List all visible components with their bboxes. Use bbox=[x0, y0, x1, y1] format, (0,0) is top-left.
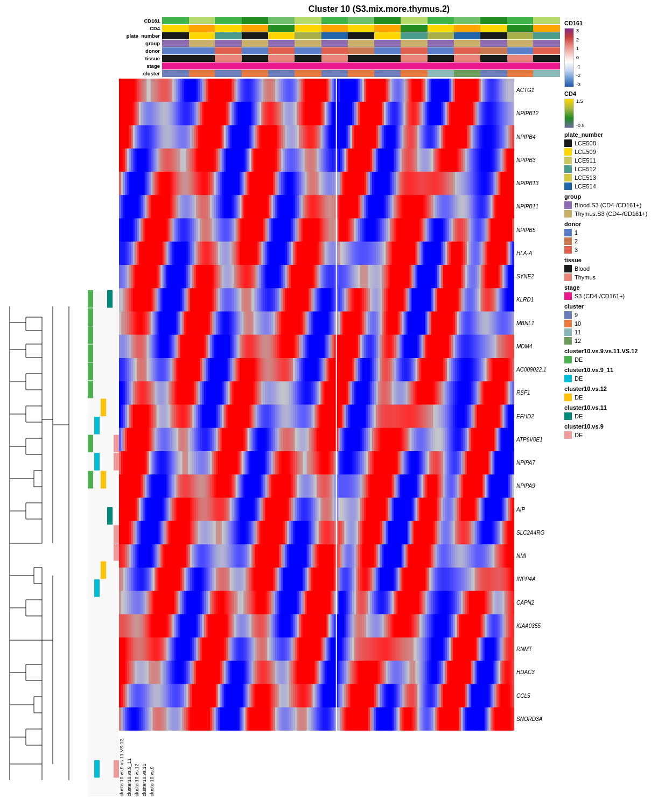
legend-item: Blood bbox=[564, 265, 663, 272]
annotation-label: donor bbox=[119, 48, 162, 54]
gene-label: SYNE2 bbox=[516, 265, 560, 288]
gradient-label: 1 bbox=[576, 46, 580, 51]
legend-section-title: tissue bbox=[564, 257, 663, 263]
gene-label: EFHD2 bbox=[516, 405, 560, 428]
annotation-row-group: group bbox=[119, 40, 560, 47]
gradient-label: 0 bbox=[576, 55, 580, 60]
gene-label: RNMT bbox=[516, 637, 560, 661]
legend-de-swatch bbox=[564, 394, 572, 401]
legend-swatch bbox=[564, 328, 572, 336]
gene-label: CAPN2 bbox=[516, 591, 560, 614]
bottom-column-label: cluster10.vs.9 bbox=[149, 732, 156, 796]
annotation-row-plate_number: plate_number bbox=[119, 32, 560, 39]
gene-label: NPIPA7 bbox=[516, 451, 560, 474]
gene-label: HLA-A bbox=[516, 242, 560, 265]
bottom-col-labels: cluster10.vs.9.vs.11.VS.12cluster10.vs.9… bbox=[119, 732, 560, 796]
legend-section-cluster: cluster9101112 bbox=[564, 303, 663, 345]
legend-item: LCE511 bbox=[564, 157, 663, 164]
bottom-column-label: cluster10.vs.12 bbox=[134, 732, 141, 796]
legend-item-label: 11 bbox=[575, 329, 581, 335]
gene-label: NMI bbox=[516, 544, 560, 567]
bottom-column-label: cluster10.vs.11 bbox=[142, 732, 148, 796]
annotation-label: plate_number bbox=[119, 33, 162, 39]
gradient-label: -1 bbox=[576, 64, 580, 69]
legend-item-label: 2 bbox=[575, 238, 578, 244]
legend-swatch bbox=[564, 337, 572, 345]
page-title: Cluster 10 (S3.mix.more.thymus.2) bbox=[4, 4, 668, 17]
legend-de-label: DE bbox=[575, 413, 583, 419]
legend-item-label: 9 bbox=[575, 312, 578, 318]
annotation-row-donor: donor bbox=[119, 47, 560, 54]
legend-item: LCE508 bbox=[564, 139, 663, 147]
legend-item-label: 10 bbox=[575, 320, 581, 327]
legend-de-label: DE bbox=[575, 394, 583, 401]
legend-swatch bbox=[564, 311, 572, 319]
legend-swatch bbox=[564, 165, 572, 173]
cd4-gradient-bar bbox=[564, 99, 574, 128]
legend-swatch bbox=[564, 174, 572, 181]
legend-item: LCE513 bbox=[564, 174, 663, 181]
annotation-row-cluster: cluster bbox=[119, 70, 560, 77]
legend-swatch bbox=[564, 292, 572, 300]
heatmap-grid bbox=[119, 79, 514, 731]
gradient-label: -2 bbox=[576, 73, 580, 78]
gene-label: KLRD1 bbox=[516, 288, 560, 311]
legend-item: 9 bbox=[564, 311, 663, 319]
gene-label: MDM4 bbox=[516, 335, 560, 358]
legend-item: Blood.S3 (CD4-/CD161+) bbox=[564, 201, 663, 209]
legend-cluster10_vs_9_11_VS_12: cluster10.vs.9.vs.11.VS.12DE bbox=[564, 348, 663, 363]
cd161-gradient-bar bbox=[564, 28, 574, 87]
legend-de-item: DE bbox=[564, 394, 663, 401]
legend-section-plate_number: plate_numberLCE508LCE509LCE511LCE512LCE5… bbox=[564, 131, 663, 190]
legend-cluster10_vs_9: cluster10.vs.9DE bbox=[564, 423, 663, 439]
annotation-bar bbox=[162, 70, 560, 77]
top-annotations: CD161CD4plate_numbergroupdonortissuestag… bbox=[119, 17, 560, 78]
legend-swatch bbox=[564, 274, 572, 281]
gene-label: RSF1 bbox=[516, 381, 560, 404]
gene-label: NPIPB5 bbox=[516, 219, 560, 242]
legend-item: 2 bbox=[564, 237, 663, 245]
gene-label: NPIPB13 bbox=[516, 172, 560, 195]
legend-de-label: DE bbox=[575, 356, 583, 363]
annotation-bar bbox=[162, 32, 560, 39]
annotation-label: CD4 bbox=[119, 25, 162, 31]
legend-de-swatch bbox=[564, 412, 572, 420]
legend-item: S3 (CD4-/CD161+) bbox=[564, 292, 663, 300]
annotation-row-CD161: CD161 bbox=[119, 17, 560, 24]
bottom-column-label: cluster10.vs.9.vs.11.VS.12 bbox=[119, 732, 125, 796]
gene-label: MBNL1 bbox=[516, 312, 560, 335]
legend-section-tissue: tissueBloodThymus bbox=[564, 257, 663, 281]
annotation-bar bbox=[162, 62, 560, 69]
legend-item: 12 bbox=[564, 337, 663, 345]
legend-item: 11 bbox=[564, 328, 663, 336]
legend-cluster-title: cluster10.vs.9.vs.11.VS.12 bbox=[564, 348, 663, 354]
legend-de-label: DE bbox=[575, 432, 583, 438]
legend-item: LCE512 bbox=[564, 165, 663, 173]
legend-cd161-title: CD161 bbox=[564, 20, 663, 26]
legend-section-title: cluster bbox=[564, 303, 663, 310]
gene-label: SLC2A4RG bbox=[516, 521, 560, 544]
legend-de-item: DE bbox=[564, 412, 663, 420]
legend-cluster-title: cluster10.vs.12 bbox=[564, 386, 663, 392]
gradient-label: -3 bbox=[576, 82, 580, 87]
annotation-bar bbox=[162, 47, 560, 54]
legend-de-swatch bbox=[564, 375, 572, 382]
gene-label: NPIPB4 bbox=[516, 125, 560, 149]
legend-cd4-title: CD4 bbox=[564, 90, 663, 97]
legend-item-label: LCE513 bbox=[575, 174, 596, 181]
legend-item: LCE509 bbox=[564, 148, 663, 156]
legend-swatch bbox=[564, 139, 572, 147]
gene-label: HDAC3 bbox=[516, 661, 560, 684]
gene-label: INPP4A bbox=[516, 567, 560, 591]
legend-section-title: plate_number bbox=[564, 131, 663, 138]
annotation-row-CD4: CD4 bbox=[119, 25, 560, 32]
heatmap-main: CD161CD4plate_numbergroupdonortissuestag… bbox=[119, 17, 560, 796]
legend-swatch bbox=[564, 157, 572, 164]
legend-item-label: LCE512 bbox=[575, 166, 596, 172]
side-color-bars bbox=[88, 17, 119, 796]
legend-section-title: stage bbox=[564, 284, 663, 291]
cd4-gradient-label: -0.5 bbox=[576, 123, 585, 128]
row-dendrogram bbox=[4, 17, 88, 796]
annotation-label: stage bbox=[119, 63, 162, 69]
legend-item-label: LCE509 bbox=[575, 149, 596, 155]
